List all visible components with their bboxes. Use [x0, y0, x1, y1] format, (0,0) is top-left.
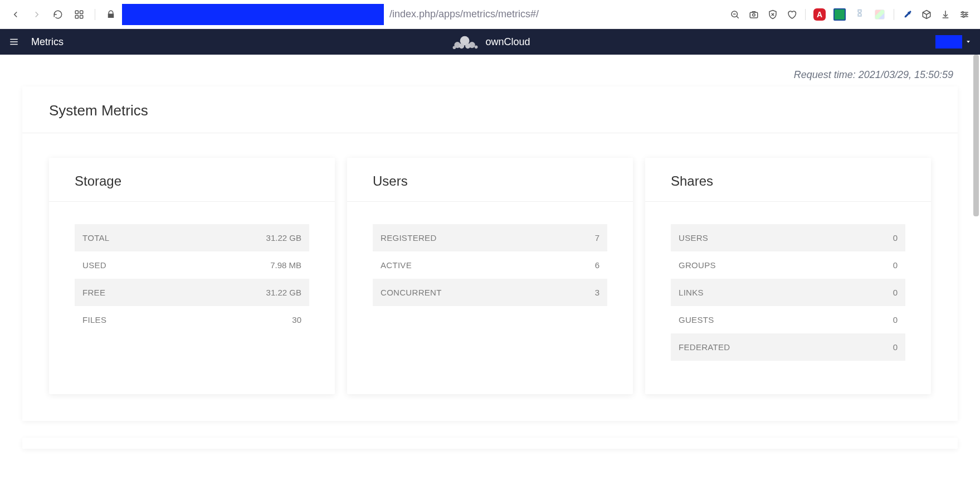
card-title-shares: Shares: [671, 173, 905, 189]
url-bar[interactable]: /index.php/apps/metrics/metrics#/: [105, 4, 719, 25]
metric-value: 7.98 MB: [270, 260, 301, 270]
app-menu-button[interactable]: Metrics: [9, 36, 64, 48]
user-menu-caret-icon[interactable]: [966, 37, 971, 47]
app-title: Metrics: [31, 36, 64, 48]
browser-nav-group: [10, 9, 95, 20]
metric-value: 3: [595, 288, 599, 297]
svg-point-16: [966, 13, 967, 15]
user-avatar[interactable]: [935, 35, 962, 49]
eyedropper-icon[interactable]: [902, 9, 913, 20]
metric-value: 31.22 GB: [266, 233, 301, 243]
settings-sliders-icon[interactable]: [959, 9, 970, 20]
metric-value: 7: [595, 233, 599, 243]
browser-toolbar: /index.php/apps/metrics/metrics#/ A: [0, 0, 980, 29]
card-header: Storage: [49, 158, 335, 202]
metric-row-registered: REGISTERED 7: [373, 224, 607, 251]
content-area: Request time: 2021/03/29, 15:50:59 Syste…: [0, 55, 980, 499]
svg-rect-1: [80, 11, 83, 13]
svg-point-15: [962, 11, 964, 13]
heart-icon[interactable]: [786, 9, 797, 20]
cube-icon[interactable]: [921, 9, 932, 20]
svg-line-5: [737, 16, 739, 18]
svg-rect-3: [80, 15, 83, 18]
card-title-users: Users: [373, 173, 607, 189]
lock-icon[interactable]: [105, 9, 116, 20]
svg-point-25: [465, 43, 470, 49]
card-body: REGISTERED 7 ACTIVE 6 CONCURRENT 3: [347, 202, 633, 340]
camera-icon[interactable]: [748, 9, 759, 20]
separator: [95, 9, 95, 20]
forward-icon[interactable]: [31, 9, 42, 20]
app-brand[interactable]: ownCloud: [450, 33, 530, 50]
metric-row-users: USERS 0: [671, 224, 905, 251]
metric-label: USERS: [679, 233, 708, 243]
card-header: Shares: [645, 158, 931, 202]
card-header: Users: [347, 158, 633, 202]
owncloud-logo-icon: [450, 33, 481, 50]
metric-value: 30: [292, 315, 301, 324]
svg-point-24: [459, 43, 464, 49]
svg-rect-2: [75, 15, 78, 18]
metric-label: FILES: [82, 315, 106, 324]
scrollbar[interactable]: [973, 55, 979, 216]
metric-row-federated: FEDERATED 0: [671, 333, 905, 361]
panel-header: System Metrics: [22, 86, 958, 133]
card-body: USERS 0 GROUPS 0 LINKS 0 GUESTS 0: [645, 202, 931, 394]
apps-grid-icon[interactable]: [74, 9, 85, 20]
metric-label: FEDERATED: [679, 342, 730, 352]
svg-point-26: [474, 46, 477, 49]
app-header: Metrics ownCloud: [0, 29, 980, 55]
metric-label: REGISTERED: [381, 233, 437, 243]
search-icon[interactable]: [729, 9, 740, 20]
metric-value: 31.22 GB: [266, 288, 301, 297]
metric-row-concurrent: CONCURRENT 3: [373, 279, 607, 306]
metric-label: GROUPS: [679, 260, 716, 270]
extension-angular-icon[interactable]: A: [813, 8, 826, 21]
svg-marker-28: [967, 41, 970, 42]
hamburger-icon: [9, 37, 19, 47]
metric-row-guests: GUESTS 0: [671, 306, 905, 333]
brand-name: ownCloud: [485, 36, 530, 48]
metric-label: USED: [82, 260, 106, 270]
extension-green-icon[interactable]: [833, 8, 846, 21]
card-body: TOTAL 31.22 GB USED 7.98 MB FREE 31.22 G…: [49, 202, 335, 367]
metric-value: 0: [893, 342, 898, 352]
metric-label: CONCURRENT: [381, 288, 442, 297]
download-icon[interactable]: [940, 9, 951, 20]
users-card: Users REGISTERED 7 ACTIVE 6 CONCURRENT 3: [347, 158, 633, 394]
extension-puzzle-icon[interactable]: [854, 8, 866, 21]
svg-point-27: [452, 46, 456, 49]
browser-extensions: A: [729, 8, 970, 21]
back-icon[interactable]: [10, 9, 21, 20]
separator: [894, 9, 894, 20]
metric-value: 0: [893, 260, 898, 270]
metric-row-free: FREE 31.22 GB: [75, 279, 309, 306]
request-time: Request time: 2021/03/29, 15:50:59: [22, 55, 958, 86]
metric-value: 0: [893, 233, 898, 243]
card-title-storage: Storage: [75, 173, 309, 189]
svg-rect-0: [75, 11, 78, 13]
metric-value: 6: [595, 260, 599, 270]
metric-label: TOTAL: [82, 233, 109, 243]
svg-rect-7: [750, 12, 758, 18]
metric-row-used: USED 7.98 MB: [75, 251, 309, 279]
reload-icon[interactable]: [52, 9, 64, 20]
metric-row-total: TOTAL 31.22 GB: [75, 224, 309, 251]
system-metrics-panel: System Metrics Storage TOTAL 31.22 GB US…: [22, 86, 958, 421]
metric-label: GUESTS: [679, 315, 714, 324]
svg-point-17: [963, 16, 964, 17]
next-panel: [22, 438, 958, 449]
url-host-masked: [122, 4, 384, 25]
storage-card: Storage TOTAL 31.22 GB USED 7.98 MB FREE…: [49, 158, 335, 394]
extension-box-icon[interactable]: [874, 8, 886, 21]
url-path: /index.php/apps/metrics/metrics#/: [389, 8, 539, 20]
panel-title: System Metrics: [49, 102, 931, 119]
metric-label: LINKS: [679, 288, 704, 297]
shield-x-icon[interactable]: [767, 9, 778, 20]
metric-label: ACTIVE: [381, 260, 412, 270]
metric-value: 0: [893, 315, 898, 324]
svg-point-8: [753, 13, 755, 16]
separator: [805, 9, 806, 20]
metric-value: 0: [893, 288, 898, 297]
metric-row-files: FILES 30: [75, 306, 309, 333]
